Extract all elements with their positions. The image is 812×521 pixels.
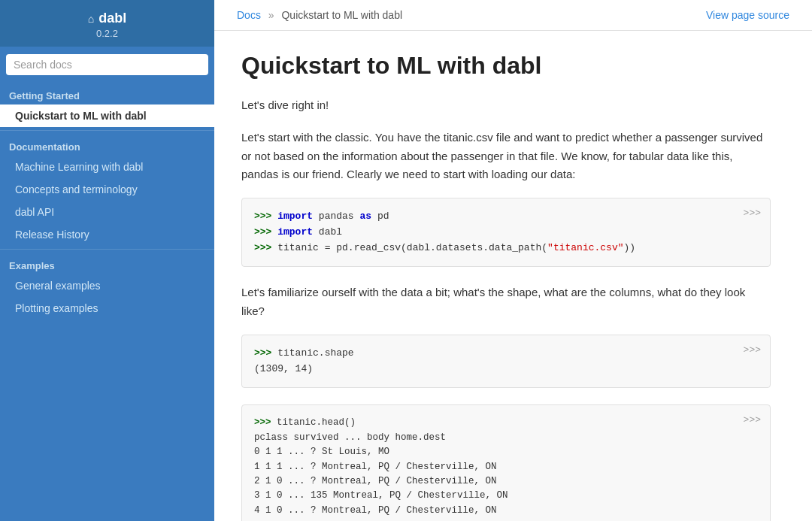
- code-table-row-1: 1 1 1 ... ? Montreal, PQ / Chesterville,…: [254, 460, 758, 474]
- page-content: Quickstart to ML with dabl Let's dive ri…: [214, 31, 801, 521]
- code-line-shape-2: (1309, 14): [254, 362, 758, 377]
- code-table-header-command: >>> titanic.head(): [254, 416, 758, 430]
- code-table-row-0: 0 1 1 ... ? St Louis, MO: [254, 445, 758, 459]
- code-expand-icon-2[interactable]: >>>: [744, 343, 761, 359]
- intro-paragraph: Let's dive right in!: [241, 96, 771, 115]
- breadcrumb-separator: »: [268, 9, 274, 21]
- search-wrapper: [0, 47, 214, 83]
- nav-section-examples: Examples: [0, 253, 214, 274]
- nav-item-quickstart[interactable]: Quickstart to ML with dabl: [0, 105, 214, 127]
- page-title: Quickstart to ML with dabl: [241, 52, 771, 80]
- nav-item-concepts[interactable]: Concepts and terminology: [0, 178, 214, 201]
- code-table-row-4: 4 1 0 ... ? Montreal, PQ / Chesterville,…: [254, 504, 758, 518]
- search-input[interactable]: [6, 54, 208, 75]
- sidebar-title: dabl: [98, 11, 126, 26]
- code-expand-icon-3[interactable]: >>>: [744, 413, 761, 429]
- code-line-2: >>> import dabl: [254, 225, 758, 241]
- code-block-1: >>> >>> import pandas as pd >>> import d…: [241, 198, 771, 267]
- view-page-source-link[interactable]: View page source: [706, 9, 789, 21]
- home-icon: ⌂: [88, 13, 94, 25]
- code-table-row-3: 3 1 0 ... 135 Montreal, PQ / Chestervill…: [254, 489, 758, 503]
- code-line-shape-1: >>> titanic.shape: [254, 346, 758, 362]
- code-table-col-headers: pclass survived ... body home.dest: [254, 431, 758, 445]
- nav-divider-1: [0, 130, 214, 131]
- nav-item-plotting-examples[interactable]: Plotting examples: [0, 297, 214, 320]
- body-paragraph-1: Let's start with the classic. You have t…: [241, 129, 771, 184]
- nav-section-getting-started: Getting Started: [0, 83, 214, 105]
- nav-item-dabl-api[interactable]: dabl API: [0, 201, 214, 223]
- body-paragraph-2: Let's familiarize ourself with the data …: [241, 283, 771, 321]
- breadcrumb-docs-link[interactable]: Docs: [237, 9, 261, 21]
- code-block-3: >>> >>> titanic.head() pclass survived .…: [241, 404, 771, 521]
- nav-item-general-examples[interactable]: General examples: [0, 274, 214, 297]
- code-table-row-2: 2 1 0 ... ? Montreal, PQ / Chesterville,…: [254, 474, 758, 489]
- nav-section-documentation: Documentation: [0, 134, 214, 156]
- topbar: Docs » Quickstart to ML with dabl View p…: [214, 0, 812, 31]
- breadcrumb: Docs » Quickstart to ML with dabl: [237, 9, 402, 21]
- sidebar: ⌂ dabl 0.2.2 Getting Started Quickstart …: [0, 0, 214, 521]
- code-block-2: >>> >>> titanic.shape (1309, 14): [241, 335, 771, 389]
- nav-item-release-history[interactable]: Release History: [0, 223, 214, 246]
- sidebar-header: ⌂ dabl 0.2.2: [0, 0, 214, 47]
- nav-item-machine-learning[interactable]: Machine Learning with dabl: [0, 156, 214, 178]
- main-content-area: Docs » Quickstart to ML with dabl View p…: [214, 0, 812, 521]
- code-line-1: >>> import pandas as pd: [254, 209, 758, 225]
- code-expand-icon-1[interactable]: >>>: [744, 206, 761, 222]
- code-line-3: >>> titanic = pd.read_csv(dabl.datasets.…: [254, 241, 758, 256]
- code-table: >>> titanic.head() pclass survived ... b…: [254, 416, 758, 521]
- breadcrumb-current: Quickstart to ML with dabl: [281, 9, 402, 21]
- nav-divider-2: [0, 249, 214, 250]
- sidebar-version: 0.2.2: [8, 28, 207, 39]
